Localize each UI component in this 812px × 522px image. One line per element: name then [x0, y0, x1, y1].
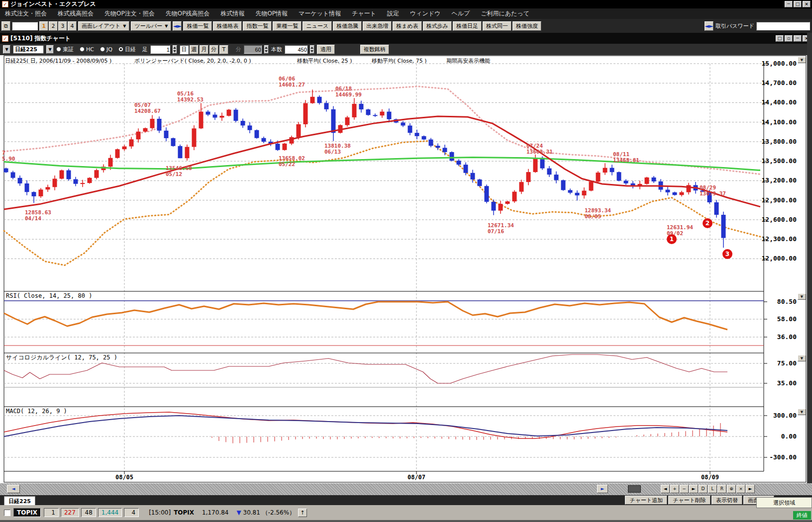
period-buttons: 日週月分T: [180, 45, 228, 54]
tool-button[interactable]: 株価日足: [453, 21, 482, 31]
menu-item[interactable]: ウィンドウ: [410, 9, 440, 18]
menu-item[interactable]: チャート: [352, 9, 376, 18]
market-radio[interactable]: JQ: [100, 46, 112, 53]
window-button[interactable]: ×: [803, 1, 811, 7]
minute-input: [244, 45, 262, 54]
chart-zoom-button[interactable]: ►: [746, 485, 755, 493]
menu-item[interactable]: 株式残高照会: [58, 9, 94, 18]
tool-button[interactable]: 株価強度: [512, 21, 541, 31]
menu-item[interactable]: 先物OP情報: [255, 9, 288, 18]
symbol-quick-input[interactable]: [12, 22, 38, 30]
collapse-up-button[interactable]: ↑: [298, 509, 307, 517]
chart-zoom-button[interactable]: ⊕: [727, 485, 736, 493]
panel-dropdown-button[interactable]: ▼: [798, 409, 806, 415]
scrollbar-thumb[interactable]: [628, 485, 641, 493]
tool-button[interactable]: 指数一覧: [243, 21, 272, 31]
chart-zoom-button[interactable]: R: [717, 485, 726, 493]
tool-button[interactable]: 株価格表: [213, 21, 242, 31]
scroll-left-button[interactable]: ◄: [7, 485, 20, 493]
menu-item[interactable]: 設定: [387, 9, 399, 18]
ashi-spinner[interactable]: [173, 45, 177, 54]
panel-dropdown-button[interactable]: ▼: [798, 355, 806, 361]
tab-nikkei225[interactable]: 日経225: [4, 496, 35, 505]
window-button[interactable]: □: [794, 1, 802, 7]
tool-button[interactable]: 業種一覧: [273, 21, 302, 31]
tool-button[interactable]: 株式歩み: [423, 21, 452, 31]
symbol-combo[interactable]: 日経225: [13, 45, 44, 54]
market-radio[interactable]: HC: [80, 46, 94, 53]
password-input[interactable]: [756, 22, 810, 30]
scroll-right-button[interactable]: ►: [597, 485, 608, 493]
window-button[interactable]: ─: [785, 1, 793, 7]
svg-text:75.00: 75.00: [777, 359, 797, 367]
count-input[interactable]: [285, 45, 307, 54]
chart-scrollbar[interactable]: ◄ ► ◄+−►DLR⊕×►: [0, 483, 812, 495]
chart-zoom-button[interactable]: D: [699, 485, 708, 493]
toolbar-pager-button[interactable]: ◄►: [173, 21, 182, 31]
screen-layout-menu[interactable]: 画面レイアウト▼: [78, 21, 129, 31]
market-radio[interactable]: 日経: [118, 46, 136, 53]
svg-text:サイコロジカルライン( 12, 75, 25 ): サイコロジカルライン( 12, 75, 25 ): [6, 354, 117, 361]
layout-number-button[interactable]: 2: [49, 21, 58, 31]
period-button[interactable]: 分: [209, 45, 218, 54]
password-label: 取引パスワード: [715, 22, 754, 30]
period-button[interactable]: 週: [190, 45, 199, 54]
chart-window-button[interactable]: ▫: [785, 35, 793, 42]
close-price-badge: 終値: [793, 511, 811, 520]
layout-number-button[interactable]: 1: [39, 21, 48, 31]
count-spinner[interactable]: [310, 45, 314, 54]
menu-item[interactable]: 先物OP注文・照会: [104, 9, 155, 18]
status-cell: 48: [81, 508, 96, 517]
svg-text:13,500.00: 13,500.00: [762, 157, 797, 165]
svg-text:08/07: 08/07: [407, 474, 425, 481]
chart-footer-button[interactable]: チャート削除: [668, 496, 710, 505]
layout-number-button[interactable]: 3: [58, 21, 67, 31]
radio-icon: [118, 47, 123, 52]
apply-button[interactable]: 適用: [317, 45, 335, 54]
panel-dropdown-button[interactable]: ▼: [798, 57, 806, 63]
toolbar-menu[interactable]: ツールバー▼: [131, 21, 171, 31]
menu-item[interactable]: 株式注文・照会: [5, 9, 47, 18]
period-button[interactable]: 日: [180, 45, 189, 54]
chart-zoom-button[interactable]: ◄: [661, 485, 670, 493]
tool-button[interactable]: 株価急騰: [333, 21, 362, 31]
chart-footer-button[interactable]: チャート追加: [625, 496, 667, 505]
legend-item: 移動平均( Close, 75 ): [372, 57, 427, 65]
chart-window-button[interactable]: □: [776, 35, 784, 42]
period-button[interactable]: 月: [200, 45, 208, 54]
chart-zoom-button[interactable]: −: [680, 485, 689, 493]
chart-zoom-button[interactable]: ×: [736, 485, 745, 493]
chart-window-button[interactable]: ─: [794, 35, 802, 42]
chart-zoom-button[interactable]: L: [708, 485, 717, 493]
chart-footer-button[interactable]: 表示切替: [711, 496, 742, 505]
count-label: 本数: [271, 46, 282, 53]
multi-symbol-button[interactable]: 複数銘柄: [360, 45, 389, 54]
ashi-input[interactable]: [150, 45, 170, 54]
tool-button[interactable]: 出来急増: [363, 21, 392, 31]
menu-item[interactable]: ご利用にあたって: [481, 9, 529, 18]
menu-item[interactable]: 先物OP残高照会: [166, 9, 210, 18]
layout-icon[interactable]: ⧉: [1, 21, 10, 31]
tool-button[interactable]: 株価一覧: [183, 21, 212, 31]
svg-text:3: 3: [725, 251, 729, 258]
menu-item[interactable]: マーケット情報: [299, 9, 341, 18]
symbol-combo-arrow[interactable]: ▼: [46, 45, 54, 54]
chart-window-titlebar[interactable]: ✓ [5110] 指数チャート □▫─×: [0, 33, 812, 44]
menu-item[interactable]: 株式情報: [220, 9, 244, 18]
tool-button[interactable]: 株式同一: [483, 21, 511, 31]
period-button[interactable]: T: [219, 45, 228, 54]
chart-zoom-button[interactable]: ►: [689, 485, 698, 493]
tool-button[interactable]: 株まめ表: [393, 21, 422, 31]
menu-item[interactable]: ヘルプ: [451, 9, 470, 18]
layout-number-button[interactable]: 4: [68, 21, 77, 31]
status-cell: 1: [44, 508, 59, 517]
chart-zoom-buttons: ◄+−►DLR⊕×►: [661, 485, 755, 493]
tool-button[interactable]: ニュース: [303, 21, 332, 31]
pager-button[interactable]: ◄►: [705, 21, 713, 31]
status-checkbox[interactable]: [4, 510, 10, 516]
chart-footer-buttons: チャート追加チャート削除表示切替画面設定: [625, 496, 774, 505]
chart-menu-button[interactable]: ▼: [3, 45, 10, 54]
panel-dropdown-button[interactable]: ▼: [798, 293, 806, 300]
chart-zoom-button[interactable]: +: [670, 485, 679, 493]
market-radio[interactable]: 東証: [56, 46, 74, 53]
